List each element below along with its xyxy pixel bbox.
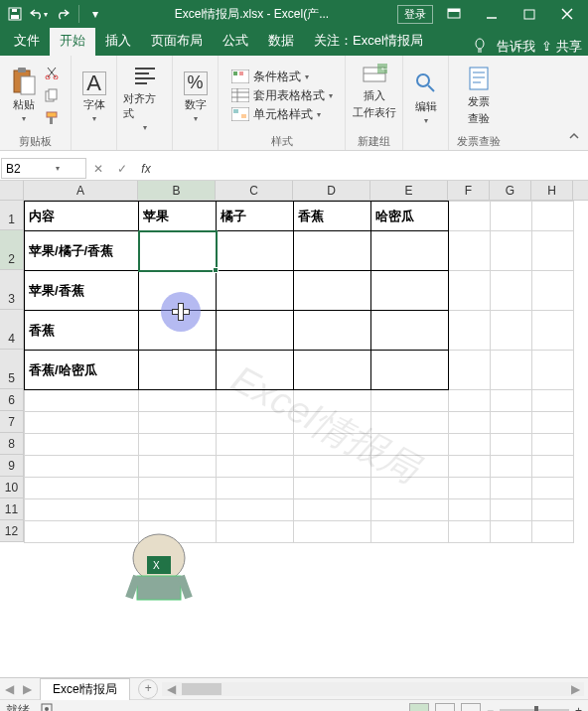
cell-B5[interactable] — [139, 351, 217, 390]
row-header-5[interactable]: 5 — [0, 350, 23, 389]
login-button[interactable]: 登录 — [397, 5, 433, 24]
row-header-10[interactable]: 10 — [0, 477, 23, 498]
cell-B2[interactable] — [139, 231, 217, 271]
copy-icon[interactable] — [42, 85, 62, 105]
cell-D7[interactable] — [294, 412, 371, 434]
conditional-format-button[interactable]: 条件格式 ▾ — [231, 68, 309, 86]
accept-formula-icon[interactable]: ✓ — [110, 162, 134, 176]
cell-A4[interactable]: 香蕉 — [25, 311, 139, 351]
cell-C12[interactable] — [217, 521, 294, 543]
ribbon-options-icon[interactable] — [437, 3, 471, 25]
cell-G1[interactable] — [491, 202, 532, 231]
row-header-9[interactable]: 9 — [0, 455, 23, 477]
row-header-8[interactable]: 8 — [0, 433, 23, 455]
cell-C11[interactable] — [217, 499, 294, 521]
cell-H9[interactable] — [532, 456, 574, 478]
cell-F7[interactable] — [449, 412, 491, 434]
cell-E10[interactable] — [371, 478, 449, 499]
cell-G4[interactable] — [491, 311, 532, 351]
cell-A1[interactable]: 内容 — [25, 202, 139, 231]
cell-D11[interactable] — [294, 499, 371, 521]
cell-D4[interactable] — [294, 311, 371, 351]
cell-B10[interactable] — [139, 478, 217, 499]
format-painter-icon[interactable] — [42, 108, 62, 128]
sheet-nav-next-icon[interactable]: ▶ — [18, 682, 36, 696]
cell-A6[interactable] — [25, 390, 139, 412]
cell-E9[interactable] — [371, 456, 449, 478]
cell-E7[interactable] — [371, 412, 449, 434]
cell-E4[interactable] — [371, 311, 449, 351]
cell-H2[interactable] — [532, 231, 574, 271]
sheet-nav-prev-icon[interactable]: ◀ — [0, 682, 18, 696]
cell-G10[interactable] — [491, 478, 532, 499]
cell-C2[interactable] — [217, 231, 294, 271]
row-header-12[interactable]: 12 — [0, 520, 23, 542]
cell-E12[interactable] — [371, 521, 449, 543]
cell-B11[interactable] — [139, 499, 217, 521]
alignment-button[interactable]: 对齐方式▾ — [123, 62, 166, 132]
paste-button[interactable]: 粘贴▾ — [10, 68, 38, 123]
row-header-4[interactable]: 4 — [0, 310, 23, 350]
cell-H4[interactable] — [532, 311, 574, 351]
row-header-7[interactable]: 7 — [0, 411, 23, 433]
cell-F5[interactable] — [449, 351, 491, 390]
undo-icon[interactable]: ▾ — [28, 3, 50, 25]
cell-F12[interactable] — [449, 521, 491, 543]
cell-D2[interactable] — [294, 231, 371, 271]
cell-B8[interactable] — [139, 434, 217, 456]
cell-C7[interactable] — [217, 412, 294, 434]
cell-G3[interactable] — [491, 271, 532, 311]
table-format-button[interactable]: 套用表格格式 ▾ — [231, 86, 333, 105]
maximize-icon[interactable] — [513, 3, 546, 25]
sheet-tab[interactable]: Excel情报局 — [40, 678, 130, 700]
cut-icon[interactable] — [42, 63, 62, 82]
cell-E1[interactable]: 哈密瓜 — [371, 202, 449, 231]
view-normal-icon[interactable] — [409, 703, 429, 712]
horizontal-scrollbar[interactable]: ◀▶ — [162, 682, 584, 696]
cell-F4[interactable] — [449, 311, 491, 351]
invoice-button[interactable]: 发票 查验 — [465, 65, 493, 126]
name-box-dropdown-icon[interactable]: ▾ — [56, 164, 60, 173]
row-header-1[interactable]: 1 — [0, 201, 23, 230]
cell-C1[interactable]: 橘子 — [217, 202, 294, 231]
cell-G8[interactable] — [491, 434, 532, 456]
add-sheet-icon[interactable]: + — [138, 679, 158, 699]
cell-D10[interactable] — [294, 478, 371, 499]
cell-C4[interactable] — [217, 311, 294, 351]
column-header-H[interactable]: H — [531, 181, 573, 200]
cell-H12[interactable] — [532, 521, 574, 543]
minimize-icon[interactable] — [475, 3, 509, 25]
tab-insert[interactable]: 插入 — [95, 28, 141, 56]
column-header-G[interactable]: G — [490, 181, 531, 200]
cell-G9[interactable] — [491, 456, 532, 478]
cell-D5[interactable] — [294, 351, 371, 390]
cancel-formula-icon[interactable]: ✕ — [86, 162, 110, 176]
view-layout-icon[interactable] — [435, 703, 455, 712]
cell-A5[interactable]: 香蕉/哈密瓜 — [25, 351, 139, 390]
cell-A8[interactable] — [25, 434, 139, 456]
zoom-out-icon[interactable]: − — [487, 704, 494, 712]
cell-B6[interactable] — [139, 390, 217, 412]
cell-G11[interactable] — [491, 499, 532, 521]
tab-formulas[interactable]: 公式 — [213, 28, 258, 56]
column-header-C[interactable]: C — [216, 181, 293, 200]
column-header-A[interactable]: A — [24, 181, 138, 200]
cell-F2[interactable] — [449, 231, 491, 271]
tab-layout[interactable]: 页面布局 — [141, 28, 213, 56]
row-header-3[interactable]: 3 — [0, 270, 23, 310]
name-box-input[interactable] — [6, 162, 56, 176]
save-icon[interactable] — [4, 3, 26, 25]
cell-H10[interactable] — [532, 478, 574, 499]
view-pagebreak-icon[interactable] — [461, 703, 481, 712]
cell-B9[interactable] — [139, 456, 217, 478]
select-all-corner[interactable] — [0, 181, 24, 201]
cell-A7[interactable] — [25, 412, 139, 434]
number-button[interactable]: % 数字▾ — [184, 71, 208, 123]
cell-H7[interactable] — [532, 412, 574, 434]
share-button[interactable]: ⇪ 共享 — [541, 38, 582, 56]
cell-D9[interactable] — [294, 456, 371, 478]
cell-F10[interactable] — [449, 478, 491, 499]
cell-E6[interactable] — [371, 390, 449, 412]
cell-F1[interactable] — [449, 202, 491, 231]
row-header-11[interactable]: 11 — [0, 498, 23, 520]
